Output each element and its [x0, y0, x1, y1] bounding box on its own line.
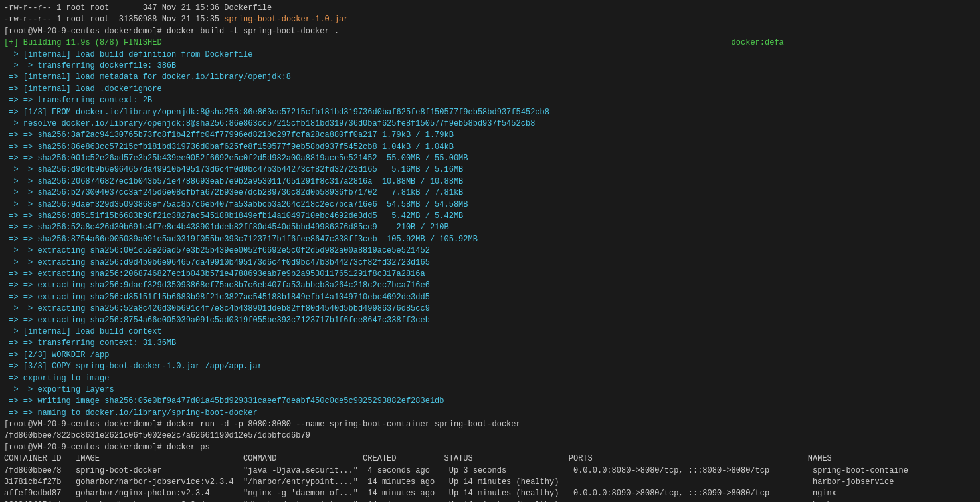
- terminal-line: -rw-r--r-- 1 root root 31350988 Nov 21 1…: [4, 14, 976, 25]
- terminal-line: -rw-r--r-- 1 root root 347 Nov 21 15:36 …: [4, 3, 976, 14]
- terminal-line: => [2/3] WORKDIR /app: [4, 350, 976, 361]
- terminal-line: => exporting to image: [4, 373, 976, 384]
- terminal-line: CONTAINER ID IMAGE COMMAND CREATED STATU…: [4, 453, 976, 465]
- terminal-line: => resolve docker.io/library/openjdk:8@s…: [4, 118, 976, 130]
- terminal-line: => => transferring dockerfile: 386B: [4, 61, 976, 72]
- terminal-line: => [internal] load .dockerignore: [4, 84, 976, 95]
- terminal-line: => => sha256:8754a66e005039a091c5ad0319f…: [4, 234, 976, 245]
- terminal-line: => [internal] load metadata for docker.i…: [4, 72, 976, 83]
- terminal-line: => => naming to docker.io/library/spring…: [4, 408, 976, 419]
- terminal-line: => => extracting sha256:001c52e26ad57e3b…: [4, 245, 976, 257]
- terminal-line: => => sha256:3af2ac94130765b73fc8f1b42ff…: [4, 130, 976, 141]
- terminal-line: affef9cdbd87 goharbor/nginx-photon:v2.3.…: [4, 488, 976, 499]
- terminal-line: => => sha256:d9d4b9b6e964657da49910b4951…: [4, 164, 976, 176]
- terminal-line: => => sha256:2068746827ec1b043b571e47886…: [4, 176, 976, 188]
- terminal-line: [root@VM-20-9-centos dockerdemo]# docker…: [4, 442, 976, 453]
- terminal-line: => => sha256:b273004037cc3af245d6e08cfbf…: [4, 188, 976, 199]
- terminal-line: [root@VM-20-9-centos dockerdemo]# docker…: [4, 26, 976, 37]
- terminal-line: => => sha256:d85151f15b6683b98f21c3827ac…: [4, 211, 976, 222]
- terminal-line: => => extracting sha256:2068746827ec1b04…: [4, 269, 976, 280]
- terminal-line: => => transferring context: 2B: [4, 95, 976, 106]
- terminal-line: => => writing image sha256:05e0bf9a477d0…: [4, 396, 976, 407]
- terminal-line: => [1/3] FROM docker.io/library/openjdk:…: [4, 107, 976, 118]
- terminal-line: => [internal] load build context: [4, 326, 976, 338]
- terminal-line: => => transferring context: 31.36MB: [4, 338, 976, 349]
- terminal-line: => => extracting sha256:d9d4b9b6e964657d…: [4, 257, 976, 269]
- terminal-line: => => sha256:86e863cc57215cfb181bd319736…: [4, 142, 976, 153]
- terminal: -rw-r--r-- 1 root root 347 Nov 21 15:36 …: [0, 0, 980, 502]
- terminal-line: 31781cb4f27b goharbor/harbor-jobservice:…: [4, 477, 976, 488]
- terminal-line: => => extracting sha256:52a8c426d30b691c…: [4, 303, 976, 314]
- terminal-line: => [3/3] COPY spring-boot-docker-1.0.jar…: [4, 361, 976, 372]
- terminal-line: [root@VM-20-9-centos dockerdemo]# docker…: [4, 419, 976, 430]
- terminal-line: => => extracting sha256:8754a66e005039a0…: [4, 315, 976, 326]
- terminal-line: => => exporting layers: [4, 384, 976, 396]
- terminal-line: 7fd860bbee78 spring-boot-docker "java -D…: [4, 465, 976, 477]
- terminal-line: 7fd860bbee7822bc8631e2621c06f5002ee2c7a6…: [4, 430, 976, 441]
- terminal-line: => => sha256:52a8c426d30b691c4f7e8c4b438…: [4, 222, 976, 233]
- terminal-line: => => extracting sha256:d85151f15b6683b9…: [4, 292, 976, 303]
- terminal-line: [+] Building 11.9s (8/8) FINISHED docker…: [4, 37, 976, 49]
- terminal-line: => => extracting sha256:9daef329d3509386…: [4, 280, 976, 291]
- terminal-line: => => sha256:9daef329d35093868ef75ac8b7c…: [4, 199, 976, 211]
- terminal-line: => [internal] load build definition from…: [4, 49, 976, 61]
- terminal-line: => => sha256:001c52e26ad57e3b25b439ee005…: [4, 153, 976, 164]
